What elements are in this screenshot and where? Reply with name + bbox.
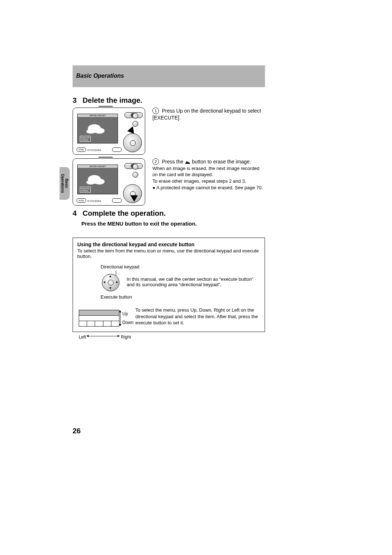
section-header-text: Basic Operations [76, 73, 124, 79]
nav-keypad-section: Up Down Left Right To select the menu, p… [77, 306, 260, 327]
erase-note-2: To erase other images, repeat steps 2 an… [152, 178, 265, 185]
keypad-center-desc: In this manual, we call the center secti… [127, 276, 260, 287]
step3-text2: 2 Press the button to erase the image. W… [152, 158, 265, 206]
brand-text: KYOCERA [87, 149, 101, 151]
protected-bullet: ● A protected image cannot be erased. Se… [152, 185, 265, 191]
keypad-down-icon [109, 287, 111, 289]
lcd-banner-2: ERASE IMAGE? [78, 165, 118, 168]
zoom-switch-icon [112, 198, 122, 203]
side-tab-text: Basic Operations [61, 174, 69, 193]
menu-row [79, 310, 119, 316]
control-buttons-2 [132, 164, 138, 180]
substep-1-marker: 1 [152, 108, 159, 114]
execute-button-label: Execute button [101, 294, 260, 300]
menu-nav-diagram: Up Down Left Right [77, 306, 132, 327]
section-header: Basic Operations [73, 65, 265, 87]
substep-1-text: Press Up on the directional keypad to se… [152, 108, 261, 121]
lcd-screen: ERASE IMAGE? EXECUTE CANCEL [77, 114, 118, 143]
keypad-left-icon [103, 281, 105, 283]
lcd-execute-box-2: EXECUTE CANCEL [80, 187, 91, 193]
sample-image-icon [88, 124, 101, 133]
step4-heading: Complete the operation. [83, 209, 166, 217]
playback-mountain-icon [185, 160, 191, 164]
illustration-2: ERASE IMAGE? EXECUTE CANCEL MODE [73, 158, 152, 206]
menu-row [79, 321, 119, 326]
step3-row1: ERASE IMAGE? EXECUTE CANCEL MODE [73, 108, 265, 155]
lcd-execute-box: EXECUTE CANCEL [80, 136, 91, 142]
camera-back-illustration-2: ERASE IMAGE? EXECUTE CANCEL MODE [73, 158, 145, 206]
manual-page: Basic Operations Basic Operations 3 Dele… [0, 0, 392, 555]
substep-2-marker: 2 [152, 158, 159, 165]
keypad-drawing [101, 271, 120, 293]
keypad-execute-center-icon [108, 280, 114, 285]
substep-2-prefix: Press the [162, 159, 185, 165]
right-label: Right [121, 335, 131, 340]
page-number: 26 [73, 427, 81, 435]
step3-number: 3 [73, 96, 81, 105]
step4-number: 4 [73, 209, 81, 218]
keypad-right-icon [116, 281, 118, 283]
substep-2-suffix: button to erase the image. [192, 159, 251, 165]
down-label: Down [122, 320, 134, 325]
erase-note-1: When an image is erased, the next image … [152, 165, 265, 178]
menu-box-icon [79, 310, 119, 327]
info-box-title: Using the directional keypad and execute… [77, 242, 260, 247]
lcd-screen-2: ERASE IMAGE? EXECUTE CANCEL [77, 165, 118, 194]
step3-text1: 1 Press Up on the directional keypad to … [152, 108, 265, 155]
menu-nav-desc: To select the menu, press Up, Down, Righ… [132, 306, 260, 327]
side-tab: Basic Operations [60, 167, 70, 200]
svg-marker-0 [185, 161, 190, 164]
illustration-1: ERASE IMAGE? EXECUTE CANCEL MODE [73, 108, 152, 155]
menu-row [79, 316, 119, 321]
disp-button-icon [132, 113, 138, 119]
step3-row2: ERASE IMAGE? EXECUTE CANCEL MODE [73, 158, 265, 206]
zoom-switch-icon [112, 147, 122, 152]
up-label: Up [122, 311, 128, 316]
left-right-arrow-icon [87, 336, 119, 336]
directional-keypad-label: Directional keypad [101, 264, 260, 270]
mode-switch-icon: MODE [77, 147, 86, 152]
step3-title: 3 Delete the image. [73, 96, 265, 105]
brand-text: KYOCERA [87, 200, 101, 202]
step4-title: 4 Complete the operation. [73, 209, 265, 218]
step4-instruction: Press the MENU button to exit the operat… [81, 220, 265, 227]
directional-keypad-icon [123, 133, 142, 152]
keypad-up-icon [109, 275, 111, 277]
step3-heading: Delete the image. [83, 96, 143, 104]
disp-button-icon [132, 164, 138, 170]
lcd-banner: ERASE IMAGE? [78, 114, 118, 117]
sample-image-icon [88, 175, 101, 184]
mode-switch-icon: MODE [77, 198, 86, 203]
keypad-row: In this manual, we call the center secti… [77, 271, 260, 293]
info-box-intro: To select the item from the menu icon or… [77, 248, 260, 259]
camera-back-illustration: ERASE IMAGE? EXECUTE CANCEL MODE [73, 108, 145, 155]
menu-button-icon [132, 172, 138, 178]
content-area: 3 Delete the image. ERASE IMAGE? EXECUTE… [73, 93, 265, 332]
up-down-arrow-icon [120, 311, 121, 326]
keypad-info-box: Using the directional keypad and execute… [73, 238, 265, 332]
left-label: Left [79, 335, 86, 340]
keypad-diagram-section: Directional keypad In this manual, we ca… [77, 264, 260, 300]
menu-button-icon [132, 121, 138, 127]
